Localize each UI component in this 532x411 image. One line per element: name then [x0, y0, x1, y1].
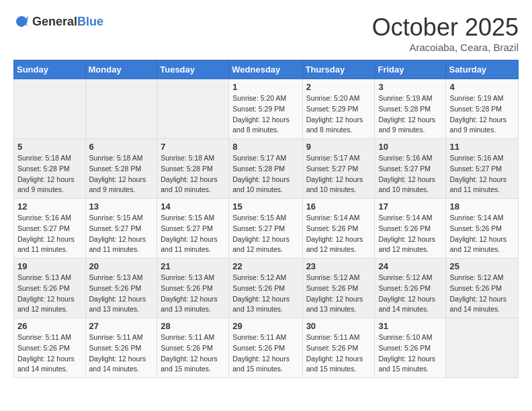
- day-cell: 8Sunrise: 5:17 AMSunset: 5:28 PMDaylight…: [229, 139, 302, 199]
- day-number: 21: [161, 261, 225, 271]
- day-number: 15: [232, 201, 298, 212]
- day-cell: 25Sunrise: 5:12 AMSunset: 5:26 PMDayligh…: [446, 259, 519, 318]
- day-cell: 17Sunrise: 5:14 AMSunset: 5:26 PMDayligh…: [375, 199, 446, 259]
- day-info: Sunrise: 5:16 AMSunset: 5:27 PMDaylight:…: [449, 153, 515, 195]
- day-info: Sunrise: 5:12 AMSunset: 5:26 PMDaylight:…: [306, 273, 371, 315]
- day-cell: 22Sunrise: 5:12 AMSunset: 5:26 PMDayligh…: [229, 259, 302, 318]
- day-info: Sunrise: 5:11 AMSunset: 5:26 PMDaylight:…: [89, 332, 154, 375]
- day-number: 26: [17, 321, 82, 331]
- day-number: 8: [232, 142, 298, 152]
- day-info: Sunrise: 5:13 AMSunset: 5:26 PMDaylight:…: [89, 273, 154, 315]
- day-number: 14: [161, 201, 225, 212]
- day-cell: 13Sunrise: 5:15 AMSunset: 5:27 PMDayligh…: [85, 199, 157, 259]
- day-info: Sunrise: 5:12 AMSunset: 5:26 PMDaylight:…: [378, 273, 442, 315]
- weekday-header-sunday: Sunday: [14, 60, 86, 79]
- day-info: Sunrise: 5:17 AMSunset: 5:28 PMDaylight:…: [232, 153, 298, 195]
- day-cell: 20Sunrise: 5:13 AMSunset: 5:26 PMDayligh…: [85, 259, 157, 318]
- day-number: 16: [306, 201, 371, 212]
- day-number: 7: [161, 142, 225, 152]
- day-number: 18: [449, 201, 515, 212]
- day-cell: [85, 79, 157, 139]
- day-info: Sunrise: 5:14 AMSunset: 5:26 PMDaylight:…: [449, 213, 515, 255]
- weekday-header-friday: Friday: [375, 60, 446, 79]
- week-row-3: 12Sunrise: 5:16 AMSunset: 5:27 PMDayligh…: [14, 199, 519, 259]
- day-info: Sunrise: 5:17 AMSunset: 5:27 PMDaylight:…: [306, 153, 371, 195]
- day-info: Sunrise: 5:14 AMSunset: 5:26 PMDaylight:…: [306, 213, 371, 255]
- day-cell: 15Sunrise: 5:15 AMSunset: 5:27 PMDayligh…: [229, 199, 302, 259]
- day-number: 17: [378, 201, 442, 212]
- day-number: 6: [89, 142, 154, 152]
- day-number: 12: [17, 201, 82, 212]
- day-info: Sunrise: 5:15 AMSunset: 5:27 PMDaylight:…: [232, 213, 298, 255]
- day-info: Sunrise: 5:11 AMSunset: 5:26 PMDaylight:…: [161, 332, 225, 375]
- day-info: Sunrise: 5:18 AMSunset: 5:28 PMDaylight:…: [89, 153, 154, 195]
- logo-blue: Blue: [77, 15, 103, 28]
- weekday-header-tuesday: Tuesday: [157, 60, 229, 79]
- day-cell: [157, 79, 229, 139]
- week-row-1: 1Sunrise: 5:20 AMSunset: 5:29 PMDaylight…: [14, 79, 519, 139]
- week-row-5: 26Sunrise: 5:11 AMSunset: 5:26 PMDayligh…: [14, 318, 519, 378]
- day-number: 11: [449, 142, 515, 152]
- day-number: 24: [378, 261, 442, 271]
- day-number: 3: [378, 82, 442, 92]
- logo-general: General: [32, 15, 77, 28]
- day-cell: 23Sunrise: 5:12 AMSunset: 5:26 PMDayligh…: [302, 259, 375, 318]
- day-info: Sunrise: 5:16 AMSunset: 5:27 PMDaylight:…: [17, 213, 82, 255]
- day-info: Sunrise: 5:18 AMSunset: 5:28 PMDaylight:…: [161, 153, 225, 195]
- day-cell: 7Sunrise: 5:18 AMSunset: 5:28 PMDaylight…: [157, 139, 229, 199]
- day-info: Sunrise: 5:13 AMSunset: 5:26 PMDaylight:…: [17, 273, 82, 315]
- day-number: 5: [17, 142, 82, 152]
- weekday-header-wednesday: Wednesday: [229, 60, 302, 79]
- day-number: 25: [449, 261, 515, 271]
- day-number: 4: [449, 82, 515, 92]
- day-info: Sunrise: 5:15 AMSunset: 5:27 PMDaylight:…: [161, 213, 225, 255]
- day-info: Sunrise: 5:10 AMSunset: 5:26 PMDaylight:…: [378, 332, 442, 375]
- day-cell: 26Sunrise: 5:11 AMSunset: 5:26 PMDayligh…: [14, 318, 86, 378]
- day-number: 2: [306, 82, 371, 92]
- day-number: 13: [89, 201, 154, 212]
- day-cell: 16Sunrise: 5:14 AMSunset: 5:26 PMDayligh…: [302, 199, 375, 259]
- day-info: Sunrise: 5:18 AMSunset: 5:28 PMDaylight:…: [17, 153, 82, 195]
- day-cell: 10Sunrise: 5:16 AMSunset: 5:27 PMDayligh…: [375, 139, 446, 199]
- day-number: 28: [161, 321, 225, 331]
- day-cell: 6Sunrise: 5:18 AMSunset: 5:28 PMDaylight…: [85, 139, 157, 199]
- day-number: 1: [232, 82, 298, 92]
- day-cell: 21Sunrise: 5:13 AMSunset: 5:26 PMDayligh…: [157, 259, 229, 318]
- day-cell: 28Sunrise: 5:11 AMSunset: 5:26 PMDayligh…: [157, 318, 229, 378]
- day-number: 19: [17, 261, 82, 271]
- day-cell: 12Sunrise: 5:16 AMSunset: 5:27 PMDayligh…: [14, 199, 86, 259]
- weekday-header-thursday: Thursday: [302, 60, 375, 79]
- day-cell: 1Sunrise: 5:20 AMSunset: 5:29 PMDaylight…: [229, 79, 302, 139]
- weekday-header-saturday: Saturday: [446, 60, 519, 79]
- day-info: Sunrise: 5:12 AMSunset: 5:26 PMDaylight:…: [449, 273, 515, 315]
- day-number: 30: [306, 321, 371, 331]
- day-info: Sunrise: 5:20 AMSunset: 5:29 PMDaylight:…: [306, 93, 371, 136]
- day-info: Sunrise: 5:19 AMSunset: 5:28 PMDaylight:…: [378, 93, 442, 136]
- page-header: GeneralBlue October 2025 Aracoiaba, Cear…: [13, 13, 519, 53]
- logo-text: GeneralBlue: [32, 15, 103, 29]
- day-cell: 14Sunrise: 5:15 AMSunset: 5:27 PMDayligh…: [157, 199, 229, 259]
- day-info: Sunrise: 5:11 AMSunset: 5:26 PMDaylight:…: [306, 332, 371, 375]
- day-info: Sunrise: 5:11 AMSunset: 5:26 PMDaylight:…: [17, 332, 82, 375]
- day-info: Sunrise: 5:14 AMSunset: 5:26 PMDaylight:…: [378, 213, 442, 255]
- day-number: 20: [89, 261, 154, 271]
- location: Aracoiaba, Ceara, Brazil: [372, 42, 519, 53]
- title-area: October 2025 Aracoiaba, Ceara, Brazil: [372, 13, 519, 53]
- day-cell: 9Sunrise: 5:17 AMSunset: 5:27 PMDaylight…: [302, 139, 375, 199]
- day-number: 27: [89, 321, 154, 331]
- week-row-2: 5Sunrise: 5:18 AMSunset: 5:28 PMDaylight…: [14, 139, 519, 199]
- day-cell: 29Sunrise: 5:11 AMSunset: 5:26 PMDayligh…: [229, 318, 302, 378]
- weekday-header-monday: Monday: [85, 60, 157, 79]
- day-cell: 3Sunrise: 5:19 AMSunset: 5:28 PMDaylight…: [375, 79, 446, 139]
- month-title: October 2025: [372, 13, 519, 42]
- week-row-4: 19Sunrise: 5:13 AMSunset: 5:26 PMDayligh…: [14, 259, 519, 318]
- day-cell: [14, 79, 86, 139]
- day-number: 23: [306, 261, 371, 271]
- day-info: Sunrise: 5:11 AMSunset: 5:26 PMDaylight:…: [232, 332, 298, 375]
- calendar-table: SundayMondayTuesdayWednesdayThursdayFrid…: [13, 60, 519, 378]
- day-info: Sunrise: 5:13 AMSunset: 5:26 PMDaylight:…: [161, 273, 225, 315]
- day-info: Sunrise: 5:12 AMSunset: 5:26 PMDaylight:…: [232, 273, 298, 315]
- day-cell: 19Sunrise: 5:13 AMSunset: 5:26 PMDayligh…: [14, 259, 86, 318]
- logo: GeneralBlue: [13, 13, 103, 30]
- day-cell: 5Sunrise: 5:18 AMSunset: 5:28 PMDaylight…: [14, 139, 86, 199]
